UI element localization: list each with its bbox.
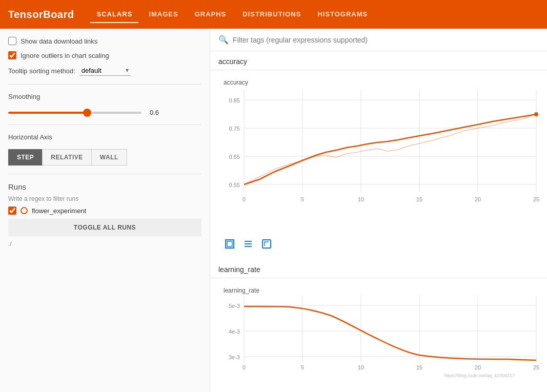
lr-x-axis: 0 5 10 15 20 25	[242, 364, 539, 370]
ignore-outliers-label: Ignore outliers in chart scaling	[21, 52, 109, 59]
svg-text:https://blog.csdn.net/qq_42308: https://blog.csdn.net/qq_42308217	[444, 373, 515, 378]
nav: SCALARS IMAGES GRAPHS DISTRIBUTIONS HIST…	[90, 6, 374, 23]
axis-relative-button[interactable]: RELATIVE	[42, 149, 91, 166]
svg-text:accuracy: accuracy	[224, 79, 248, 86]
learning-rate-section: learning_rate learning_rate 5e-3 4e-3 3e…	[210, 259, 547, 390]
svg-text:20: 20	[475, 364, 481, 370]
accuracy-chart-svg: accuracy 0.85 0.75 0.65 0.55	[218, 74, 541, 233]
svg-text:learning_rate: learning_rate	[224, 287, 259, 294]
svg-text:25: 25	[533, 196, 539, 202]
nav-graphs[interactable]: GRAPHS	[189, 6, 233, 23]
divider-2	[8, 125, 201, 125]
svg-text:0.75: 0.75	[229, 126, 240, 132]
svg-text:10: 10	[358, 364, 364, 370]
divider-1	[8, 84, 201, 85]
run-name: flower_experiment	[32, 207, 86, 215]
app: Show data download links Ignore outliers…	[0, 29, 547, 392]
accuracy-section-title: accuracy	[210, 51, 547, 70]
nav-distributions[interactable]: DISTRIBUTIONS	[236, 6, 307, 23]
toggle-all-button[interactable]: TOGGLE ALL RUNS	[8, 219, 201, 236]
svg-text:0.85: 0.85	[229, 97, 240, 104]
tooltip-label: Tooltip sorting method:	[8, 67, 75, 75]
header: TensorBoard SCALARS IMAGES GRAPHS DISTRI…	[0, 0, 547, 29]
svg-rect-22	[227, 241, 232, 246]
sidebar: Show data download links Ignore outliers…	[0, 29, 210, 392]
axis-step-button[interactable]: STEP	[8, 149, 42, 166]
accuracy-chart-container: accuracy 0.85 0.75 0.65 0.55	[210, 70, 547, 259]
lr-grid	[244, 295, 536, 362]
learning-rate-chart-svg: learning_rate 5e-3 4e-3 3e-3	[218, 282, 541, 385]
svg-rect-26	[262, 240, 271, 248]
slider-row: 0.6	[8, 109, 201, 116]
run-item: flower_experiment	[8, 207, 201, 215]
accuracy-expand-button[interactable]	[222, 237, 237, 251]
learning-rate-section-title: learning_rate	[210, 259, 547, 278]
svg-text:5e-3: 5e-3	[229, 303, 240, 309]
svg-text:0: 0	[242, 364, 246, 370]
show-download-checkbox[interactable]	[8, 37, 16, 45]
show-download-label: Show data download links	[21, 37, 97, 45]
tooltip-select-wrapper: default	[79, 66, 131, 76]
svg-text:5: 5	[301, 364, 304, 370]
learning-rate-chart-container: learning_rate 5e-3 4e-3 3e-3	[210, 278, 547, 390]
ignore-outliers-row: Ignore outliers in chart scaling	[8, 51, 201, 59]
show-download-row: Show data download links	[8, 37, 201, 45]
runs-filter-label: Write a regex to filter runs	[8, 195, 201, 202]
svg-text:15: 15	[416, 196, 422, 202]
svg-text:4e-3: 4e-3	[229, 328, 240, 335]
nav-scalars[interactable]: SCALARS	[90, 6, 138, 23]
search-input[interactable]	[233, 36, 539, 44]
accuracy-x-axis: 0 5 10 15 20 25	[242, 196, 539, 202]
svg-text:0.55: 0.55	[229, 182, 240, 188]
axis-button-group: STEP RELATIVE WALL	[8, 149, 201, 166]
learning-rate-chart-inner: learning_rate 5e-3 4e-3 3e-3	[218, 282, 539, 386]
lr-curve	[244, 306, 536, 360]
svg-text:20: 20	[475, 196, 481, 202]
smoothing-label: Smoothing	[8, 93, 201, 100]
tooltip-select[interactable]: default	[79, 66, 131, 76]
run-dot	[21, 207, 28, 214]
lr-y-axis: 5e-3 4e-3 3e-3	[229, 303, 240, 360]
runs-title: Runs	[8, 182, 201, 191]
horizontal-axis-label: Horizontal Axis	[8, 133, 201, 141]
smoothing-value: 0.6	[150, 109, 159, 116]
run-path: ./	[8, 240, 201, 247]
svg-text:3e-3: 3e-3	[229, 354, 240, 360]
data-icon	[243, 239, 253, 249]
nav-images[interactable]: IMAGES	[143, 6, 184, 23]
horizontal-axis-section: Horizontal Axis STEP RELATIVE WALL	[8, 133, 201, 166]
accuracy-data-button[interactable]	[241, 237, 255, 251]
svg-text:15: 15	[416, 364, 422, 370]
nav-histograms[interactable]: HISTOGRAMS	[311, 6, 374, 23]
smoothing-section: Smoothing 0.6	[8, 93, 201, 116]
smoothing-slider[interactable]	[8, 112, 141, 114]
svg-text:25: 25	[533, 364, 539, 370]
ignore-outliers-checkbox[interactable]	[8, 51, 16, 59]
accuracy-chart-actions	[218, 235, 539, 255]
accuracy-section: accuracy accuracy 0.85 0.75 0.65 0.55	[210, 51, 547, 259]
run-checkbox[interactable]	[8, 207, 16, 215]
search-icon: 🔍	[218, 35, 229, 45]
svg-text:0.65: 0.65	[229, 154, 240, 160]
expand-icon	[225, 239, 235, 249]
axis-wall-button[interactable]: WALL	[91, 149, 127, 166]
runs-section: Runs Write a regex to filter runs flower…	[8, 182, 201, 247]
main-content: 🔍 accuracy accuracy 0.85 0.75 0.65	[210, 29, 547, 392]
fit-icon	[261, 239, 272, 249]
svg-text:0: 0	[242, 196, 246, 202]
accuracy-chart-inner: accuracy 0.85 0.75 0.65 0.55	[218, 74, 539, 235]
accuracy-end-dot	[534, 112, 538, 116]
accuracy-smooth-line	[244, 114, 536, 184]
accuracy-fit-button[interactable]	[259, 237, 274, 251]
divider-3	[8, 174, 201, 174]
logo: TensorBoard	[8, 9, 74, 20]
svg-text:10: 10	[358, 196, 364, 202]
svg-text:5: 5	[301, 196, 304, 202]
search-bar: 🔍	[210, 29, 547, 51]
accuracy-raw-line	[244, 114, 536, 184]
accuracy-y-axis: 0.85 0.75 0.65 0.55	[229, 97, 240, 188]
tooltip-row: Tooltip sorting method: default	[8, 66, 201, 76]
